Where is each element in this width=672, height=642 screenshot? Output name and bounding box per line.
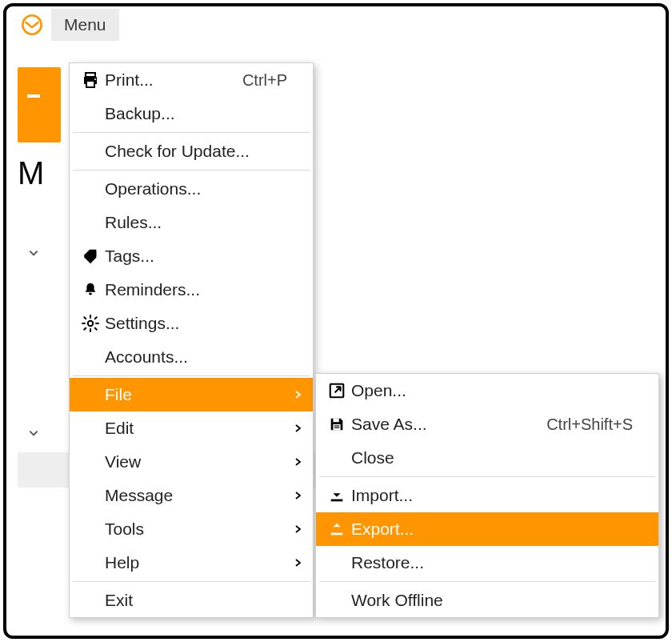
menu-button[interactable]: Menu xyxy=(51,9,119,41)
menu-item-label: Backup... xyxy=(105,104,287,123)
menu-item-label: Accounts... xyxy=(105,347,287,367)
file-submenu: Open... Save As... Ctrl+Shift+S Close xyxy=(315,373,659,618)
menu-item-label: View xyxy=(105,452,287,471)
open-icon xyxy=(322,382,351,399)
menu-item-shortcut: Ctrl+P xyxy=(242,71,287,90)
menu-item-operations[interactable]: Operations... xyxy=(70,172,313,206)
menu-item-view[interactable]: View xyxy=(70,445,313,479)
app-icon xyxy=(21,14,43,36)
menu-separator xyxy=(73,170,310,171)
tree-expander-1[interactable] xyxy=(27,247,40,259)
gear-icon xyxy=(76,314,105,333)
menu-item-label: Edit xyxy=(105,419,287,438)
menu-item-tags[interactable]: Tags... xyxy=(70,239,313,273)
submenu-item-export[interactable]: Export... xyxy=(316,512,658,546)
menu-item-accounts[interactable]: Accounts... xyxy=(70,340,313,374)
menu-item-label: Help xyxy=(105,553,287,572)
page-title: M xyxy=(18,155,44,191)
svg-rect-2 xyxy=(86,81,94,87)
submenu-item-open[interactable]: Open... xyxy=(316,374,658,407)
submenu-arrow-icon xyxy=(287,524,303,534)
menu-item-print[interactable]: Print... Ctrl+P xyxy=(70,63,313,97)
svg-rect-8 xyxy=(333,419,338,423)
menu-item-check-update[interactable]: Check for Update... xyxy=(70,134,313,168)
menu-item-label: Exit xyxy=(105,591,287,610)
menu-item-exit[interactable]: Exit xyxy=(70,584,313,617)
svg-rect-13 xyxy=(331,533,343,536)
submenu-arrow-icon xyxy=(287,491,303,500)
export-icon xyxy=(322,520,351,538)
svg-rect-10 xyxy=(334,425,339,426)
menu-item-label: Open... xyxy=(351,381,633,400)
menu-item-settings[interactable]: Settings... xyxy=(70,307,313,340)
menu-item-label: Rules... xyxy=(105,213,287,232)
menu-separator xyxy=(73,132,310,133)
menu-item-shortcut: Ctrl+Shift+S xyxy=(546,415,633,434)
save-icon xyxy=(322,415,351,433)
menu-item-label: Settings... xyxy=(105,314,287,333)
submenu-item-restore[interactable]: Restore... xyxy=(316,546,658,580)
menu-item-backup[interactable]: Backup... xyxy=(70,97,313,130)
menu-item-file[interactable]: File xyxy=(70,378,313,411)
menu-item-reminders[interactable]: Reminders... xyxy=(70,273,313,307)
menu-item-label: Import... xyxy=(351,486,633,505)
menu-item-rules[interactable]: Rules... xyxy=(70,206,313,239)
submenu-item-import[interactable]: Import... xyxy=(316,479,658,512)
import-icon xyxy=(322,487,351,504)
menu-separator xyxy=(319,581,655,582)
menu-item-label: Reminders... xyxy=(105,280,287,299)
menu-item-label: Tools xyxy=(105,520,287,539)
svg-rect-11 xyxy=(334,427,339,428)
submenu-arrow-icon xyxy=(287,423,303,433)
main-menu: Print... Ctrl+P Backup... Check for Upda… xyxy=(69,62,314,618)
svg-point-3 xyxy=(94,78,96,80)
menu-item-label: Tags... xyxy=(105,247,287,266)
menu-item-label: Close xyxy=(351,448,633,467)
menu-separator xyxy=(73,375,310,376)
new-message-button[interactable] xyxy=(18,67,61,142)
print-icon xyxy=(76,70,105,90)
menu-item-tools[interactable]: Tools xyxy=(70,512,313,546)
menu-separator xyxy=(73,581,310,582)
bell-icon xyxy=(76,281,105,299)
menu-item-help[interactable]: Help xyxy=(70,546,313,580)
tree-expander-2[interactable] xyxy=(27,427,40,439)
svg-rect-1 xyxy=(86,73,95,77)
svg-rect-9 xyxy=(333,424,340,430)
svg-rect-12 xyxy=(331,500,343,502)
submenu-item-save-as[interactable]: Save As... Ctrl+Shift+S xyxy=(316,407,658,441)
menu-item-label: Message xyxy=(105,486,287,505)
submenu-arrow-icon xyxy=(287,457,303,467)
menu-item-label: Print... xyxy=(105,70,236,90)
menu-item-label: Export... xyxy=(351,520,633,539)
svg-point-0 xyxy=(22,15,41,34)
menu-item-label: File xyxy=(105,385,287,404)
submenu-item-work-offline[interactable]: Work Offline xyxy=(316,584,658,617)
submenu-arrow-icon xyxy=(287,558,303,568)
menu-item-message[interactable]: Message xyxy=(70,479,313,512)
menu-item-label: Save As... xyxy=(351,415,540,434)
menu-item-label: Restore... xyxy=(351,553,633,572)
menu-item-label: Operations... xyxy=(105,179,287,199)
menu-separator xyxy=(319,476,655,477)
menu-item-label: Work Offline xyxy=(351,591,633,610)
svg-rect-5 xyxy=(89,293,92,295)
submenu-item-close[interactable]: Close xyxy=(316,441,658,475)
submenu-arrow-icon xyxy=(287,390,303,399)
menu-item-edit[interactable]: Edit xyxy=(70,411,313,445)
menu-item-label: Check for Update... xyxy=(105,142,287,161)
svg-point-6 xyxy=(88,321,93,326)
tag-icon xyxy=(76,247,105,265)
